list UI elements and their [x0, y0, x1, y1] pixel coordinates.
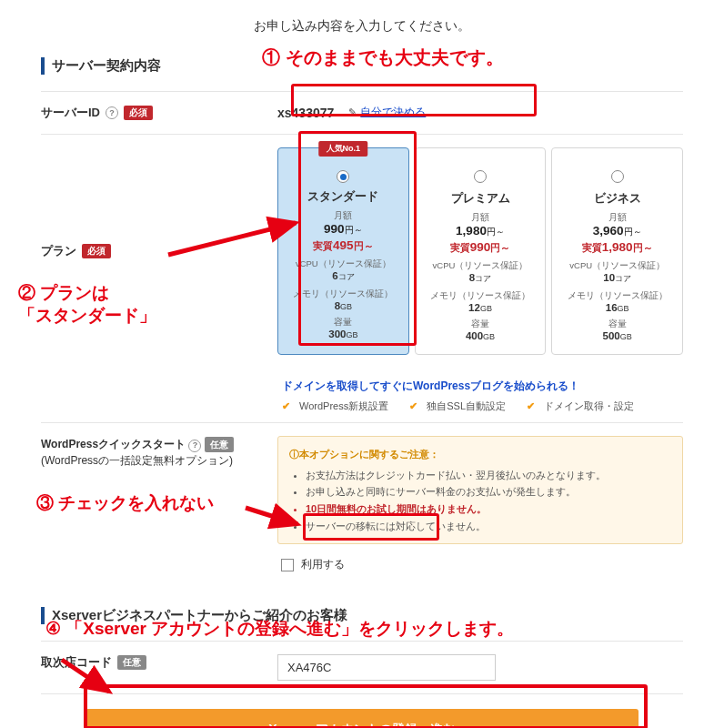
page-instruction: お申し込み内容を入力してください。 [41, 18, 683, 35]
plan-card-premium[interactable]: プレミアム 月額 1,980円～ 実質990円～ vCPU（リソース保証） 8コ… [415, 147, 547, 355]
plan-name: プレミアム [423, 190, 538, 207]
wp-features-list: ✔WordPress新規設置 ✔独自SSL自動設定 ✔ドメイン取得・設定 [282, 399, 683, 413]
wp-note-box: ⓘ本オプションに関するご注意： お支払方法はクレジットカード払い・翌月後払いのみ… [277, 436, 683, 544]
optional-badge: 任意 [205, 437, 234, 452]
help-icon[interactable]: ? [106, 106, 118, 119]
plan-name: スタンダード [286, 188, 401, 205]
plan-label: プラン [41, 243, 76, 259]
agency-code-input[interactable] [277, 654, 496, 681]
plan-name: ビジネス [559, 190, 675, 207]
wp-quickstart-label: WordPressクイックスタート [41, 438, 186, 450]
check-icon: ✔ [282, 400, 290, 411]
info-icon: ⓘ [289, 449, 299, 460]
pencil-icon: ✎ [348, 106, 357, 118]
wp-promo-text: ドメインを取得してすぐにWordPressブログを始められる！ [282, 379, 683, 394]
check-icon: ✔ [409, 400, 417, 411]
wp-quickstart-sublabel: (WordPressの一括設定無料オプション) [41, 452, 277, 469]
change-server-id-link[interactable]: 自分で決める [360, 105, 426, 120]
plan-radio[interactable] [474, 170, 487, 183]
annotation-1: ① そのままでも大丈夫です。 [262, 46, 504, 70]
wp-use-label: 利用する [301, 557, 345, 572]
check-icon: ✔ [527, 400, 535, 411]
server-id-label: サーバーID [41, 105, 100, 121]
help-icon[interactable]: ? [188, 440, 201, 452]
annotation-3: ③ チェックを入れない [36, 491, 214, 515]
popular-ribbon: 人気No.1 [319, 141, 368, 157]
optional-badge: 任意 [117, 655, 146, 670]
plan-radio[interactable] [337, 170, 349, 183]
required-badge: 必須 [124, 106, 153, 120]
plan-card-standard[interactable]: 人気No.1 スタンダード 月額 990円～ 実質495円～ vCPU（リソース… [277, 147, 409, 355]
proceed-register-button[interactable]: Xserverアカウントの登録へ進む [85, 709, 638, 728]
annotation-4: ④ 「Xserver アカウントの登録へ進む」をクリックします。 [45, 617, 514, 641]
annotation-2: ② プランは「スタンダード」 [18, 282, 156, 327]
plan-radio[interactable] [611, 170, 624, 183]
wp-use-checkbox[interactable] [281, 559, 294, 571]
required-badge: 必須 [82, 244, 111, 258]
agency-code-label: 取次店コード [41, 654, 112, 671]
wp-use-row[interactable]: 利用する [277, 553, 683, 576]
plan-card-business[interactable]: ビジネス 月額 3,960円～ 実質1,980円～ vCPU（リソース保証） 1… [551, 147, 683, 355]
server-id-value: xs433077 [277, 106, 334, 120]
